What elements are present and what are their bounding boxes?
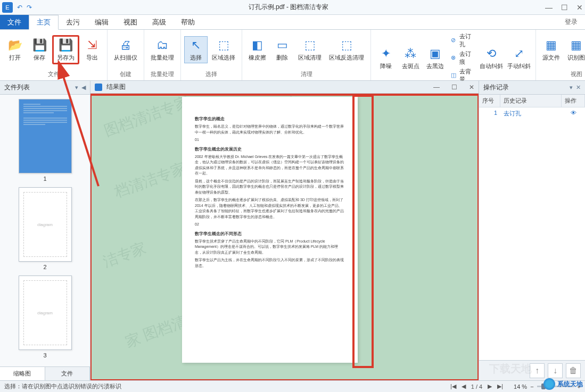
- marquee-icon: ⬚: [216, 38, 231, 53]
- collapse-icon[interactable]: ◀: [81, 84, 86, 91]
- manual-correct-icon: ⤢: [512, 46, 526, 61]
- source-view-icon: ▦: [544, 38, 559, 53]
- left-panel: 文件列表 ▾ ◀ 1 diagram 2 diagram 3 缩略图 文件: [0, 81, 90, 380]
- doc-p6: 数字孪生以产品为主线，并在生命周期的不同阶段引入不同的要素，形成了不同阶段的表现…: [195, 257, 345, 269]
- descar-button[interactable]: ⊗去订痕: [450, 49, 475, 66]
- page-nav: |◀ ◀ 1 / 4 ▶ ▶|: [450, 383, 503, 390]
- next-page-icon[interactable]: ▶: [488, 383, 492, 390]
- manual-correct-button[interactable]: ⤢手动纠斜: [506, 45, 532, 71]
- batch-icon: 🗂: [155, 38, 170, 53]
- status-hint: 选择：请在识别图中点选识别错误的污渍标识: [4, 382, 121, 390]
- eraser-button[interactable]: ◧橡皮擦: [245, 37, 269, 63]
- thumbnail-list: 1 diagram 2 diagram 3: [0, 95, 90, 366]
- center-panel: 结果图 — ☐ ✕ 图档清洁专家 图档清洁 档清洁专家 图档清洁专 洁专家 图档…: [90, 81, 479, 380]
- right-panel: 操作记录 ▾ ✕ 序号 历史记录 操作 1 去订孔 👁 ↑ ↓ 🗑: [479, 81, 585, 380]
- menu-clean[interactable]: 去污: [59, 15, 87, 29]
- despeckle-button[interactable]: ⁂去斑点: [399, 45, 422, 71]
- close-icon[interactable]: ✕: [576, 3, 583, 12]
- titlebar: E ↶ ↷ 订孔示例.pdf - 图档清洁专家 — ☐ ✕: [0, 0, 585, 15]
- move-up-button[interactable]: ↑: [530, 363, 545, 378]
- menu-advanced[interactable]: 高级: [145, 15, 174, 29]
- menu-edit[interactable]: 编辑: [87, 15, 116, 29]
- minimize-icon[interactable]: —: [545, 3, 553, 12]
- page-number-1: 1: [43, 176, 46, 182]
- badge-text: 系统天地: [557, 380, 583, 389]
- annotation-red-box: [352, 95, 374, 368]
- operation-table: 序号 历史记录 操作 1 去订孔 👁: [479, 95, 585, 360]
- operation-log-title: 操作记录: [483, 83, 509, 92]
- zoom-out-icon[interactable]: −: [530, 383, 533, 390]
- filter-icon[interactable]: ▾: [75, 84, 78, 91]
- document-viewport[interactable]: 图档清洁专家 图档清洁 档清洁专家 图档清洁专 洁专家 图档清洁专 家 图档清洁…: [90, 94, 479, 380]
- export-button[interactable]: ⇲导出: [80, 37, 104, 63]
- denoise-button[interactable]: ✦降噪: [374, 45, 398, 71]
- file-list-header: 文件列表 ▾ ◀: [0, 81, 90, 95]
- thumbnail-3[interactable]: diagram 3: [16, 276, 75, 358]
- tab-file[interactable]: 文件: [45, 367, 90, 380]
- region-invert-icon: ⬚: [339, 38, 354, 53]
- ribbon-group-select-label: 选择: [181, 69, 242, 80]
- maximize-icon[interactable]: ☐: [561, 3, 568, 12]
- redo-icon[interactable]: ↷: [27, 4, 32, 11]
- batch-button[interactable]: 🗂批量处理: [147, 37, 177, 63]
- zoom-value: 14 %: [514, 383, 527, 390]
- quick-nav: ↶ ↷: [17, 4, 32, 11]
- ribbon-group-batch-label: 批量处理: [144, 69, 180, 80]
- menu-home[interactable]: 主页: [29, 15, 59, 30]
- open-button[interactable]: 📂打开: [3, 37, 27, 63]
- saveas-button[interactable]: 💾另存为: [52, 35, 79, 64]
- tab-thumbnail[interactable]: 缩略图: [0, 367, 45, 380]
- scanner-icon: 🖨: [118, 38, 133, 53]
- auto-correct-button[interactable]: ⟲自动纠斜: [478, 45, 505, 71]
- prev-page-icon[interactable]: ◀: [462, 383, 466, 390]
- first-page-icon[interactable]: |◀: [450, 383, 456, 390]
- app-icon: E: [2, 2, 13, 13]
- recognize-view-button[interactable]: ▦识别图: [564, 37, 585, 63]
- deblack-button[interactable]: ▣去黑边: [423, 45, 447, 71]
- doc-maximize-icon[interactable]: ☐: [451, 84, 457, 91]
- region-invert-button[interactable]: ⬚区域反选清理: [326, 37, 367, 63]
- delete-icon: ▭: [275, 38, 290, 53]
- ribbon-group-clean: ◧橡皮擦 ▭删除 ⬚区域清理 ⬚区域反选清理 清理: [242, 30, 371, 80]
- delete-button[interactable]: ▭删除: [270, 37, 294, 63]
- menubar: 文件 主页 去污 编辑 视图 高级 帮助 登录: [0, 15, 585, 30]
- oplog-min-icon[interactable]: ▾: [570, 84, 573, 91]
- main-area: 文件列表 ▾ ◀ 1 diagram 2 diagram 3 缩略图 文件: [0, 81, 585, 380]
- trash-button[interactable]: 🗑: [566, 363, 581, 378]
- ribbon-group-ops: ✦降噪 ⁂去斑点 ▣去黑边 ⊘去订孔 ⊗去订痕 ◫去背景 ⟲自动纠斜 ⤢手动纠斜…: [371, 30, 536, 80]
- undo-icon[interactable]: ↶: [17, 4, 22, 11]
- bg-icon: ◫: [451, 72, 457, 79]
- doc-close-icon[interactable]: ✕: [469, 84, 474, 91]
- export-icon: ⇲: [85, 38, 100, 53]
- move-down-button[interactable]: ↓: [548, 363, 563, 378]
- region-clean-button[interactable]: ⬚区域清理: [295, 37, 325, 63]
- cursor-icon: ↖: [188, 38, 203, 53]
- source-view-button[interactable]: ▦源文件: [539, 37, 563, 63]
- menu-help[interactable]: 帮助: [174, 15, 202, 29]
- globe-icon: [543, 378, 555, 390]
- scanner-button[interactable]: 🖨从扫描仪: [111, 37, 141, 63]
- dehole-button[interactable]: ⊘去订孔: [450, 32, 475, 49]
- select-button[interactable]: ↖选择: [184, 36, 208, 63]
- region-select-button[interactable]: ⬚区域选择: [209, 37, 238, 63]
- doc-icon: [95, 84, 102, 91]
- page-indicator: 1 / 4: [471, 383, 482, 390]
- oplog-close-icon[interactable]: ✕: [576, 84, 581, 91]
- folder-icon: 📂: [7, 38, 22, 53]
- site-badge: 系统天地: [543, 378, 583, 390]
- recognize-view-icon: ▦: [569, 38, 584, 53]
- doc-minimize-icon[interactable]: —: [433, 84, 440, 91]
- ribbon-group-view: ▦源文件 ▦识别图 ▦结果图 视图: [536, 30, 585, 80]
- save-button[interactable]: 💾保存: [28, 37, 51, 63]
- ribbon-group-select: ↖选择 ⬚区域选择 选择: [181, 30, 242, 80]
- login-link[interactable]: 登录: [557, 15, 585, 29]
- thumbnail-2[interactable]: diagram 2: [16, 187, 75, 270]
- denoise-icon: ✦: [378, 46, 393, 61]
- last-page-icon[interactable]: ▶|: [497, 383, 503, 390]
- page-number-3: 3: [43, 352, 46, 358]
- menu-file[interactable]: 文件: [0, 15, 29, 29]
- operation-row-1[interactable]: 1 去订孔 👁: [479, 107, 585, 120]
- menu-view[interactable]: 视图: [116, 15, 145, 29]
- thumbnail-1[interactable]: 1: [16, 99, 75, 182]
- eye-icon[interactable]: 👁: [562, 107, 585, 120]
